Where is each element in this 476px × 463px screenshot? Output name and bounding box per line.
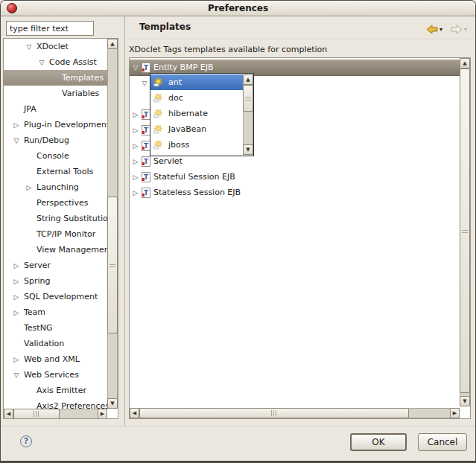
expander-closed-icon[interactable]: ▷ bbox=[10, 278, 23, 285]
sidebar-item-validation[interactable]: Validation bbox=[4, 336, 107, 351]
titlebar[interactable]: Preferences bbox=[1, 1, 475, 16]
dropdown-item-ant[interactable]: ant bbox=[150, 74, 243, 90]
sidebar-item-plugin-development[interactable]: ▷ Plug-in Development bbox=[4, 117, 107, 132]
xdoclet-tag-icon bbox=[153, 77, 164, 87]
dropdown-item-label: ant bbox=[168, 77, 182, 87]
expander-closed-icon[interactable]: ▷ bbox=[10, 121, 23, 129]
expander-closed-icon[interactable]: ▷ bbox=[10, 262, 23, 269]
page-title: Templates bbox=[139, 22, 191, 32]
back-button[interactable]: ▾ bbox=[426, 23, 442, 35]
sidebar-scroll-down-icon[interactable]: ▼ bbox=[107, 398, 118, 409]
expander-closed-icon[interactable]: ▷ bbox=[131, 111, 140, 118]
sidebar-scroll-up-icon[interactable]: ▲ bbox=[107, 39, 118, 49]
sidebar-item-label: Plug-in Development bbox=[24, 120, 107, 130]
sidebar-item-label: String Substitution bbox=[37, 214, 107, 223]
sidebar-item-server[interactable]: ▷ Server bbox=[4, 258, 107, 273]
templates-description: XDoclet Tags templates available for com… bbox=[129, 45, 327, 54]
expander-closed-icon[interactable]: ▷ bbox=[10, 356, 23, 363]
sidebar-item-launching[interactable]: ▷ Launching bbox=[4, 179, 107, 195]
sidebar-item-variables[interactable]: Variables bbox=[4, 86, 107, 101]
sidebar-item-axis2-preferences[interactable]: Axis2 Preferences bbox=[4, 398, 107, 409]
sidebar-item-label: Web and XML bbox=[24, 354, 80, 364]
sidebar-item-axis-emitter[interactable]: Axis Emitter bbox=[4, 383, 107, 398]
sidebar-scroll-right-icon[interactable]: ▶ bbox=[98, 409, 107, 419]
sidebar-vscroll-thumb[interactable] bbox=[107, 197, 118, 333]
sidebar-item-web-services[interactable]: ▽ Web Services bbox=[4, 367, 107, 383]
dropdown-item-jboss[interactable]: jboss bbox=[150, 137, 243, 153]
expander-closed-icon[interactable]: ▷ bbox=[131, 189, 140, 197]
sidebar-item-string-substitution[interactable]: String Substitution bbox=[4, 211, 107, 226]
sidebar-hscroll-thumb[interactable] bbox=[13, 409, 60, 419]
sidebar-item-label: Code Assist bbox=[49, 57, 97, 67]
sidebar-item-sql-development[interactable]: ▷ SQL Development bbox=[4, 289, 107, 304]
forward-arrow-icon bbox=[451, 25, 463, 34]
xdoclet-tag-icon bbox=[153, 93, 164, 103]
expander-open-icon[interactable]: ▽ bbox=[10, 371, 23, 379]
expander-open-icon[interactable]: ▽ bbox=[22, 43, 36, 51]
sidebar-item-team[interactable]: ▷ Team bbox=[4, 304, 107, 320]
dropdown-item-javabean[interactable]: JavaBean bbox=[150, 121, 243, 137]
template-icon bbox=[142, 63, 150, 73]
sidebar-item-tcpip-monitor[interactable]: TCP/IP Monitor bbox=[4, 226, 107, 242]
tree-scroll-right-icon[interactable]: ▶ bbox=[450, 408, 460, 418]
tree-row-label: Stateful Session EJB bbox=[153, 172, 235, 182]
sidebar-item-xdoclet[interactable]: ▽ XDoclet bbox=[4, 39, 107, 54]
sidebar-item-templates[interactable]: Templates bbox=[4, 70, 107, 86]
tree-row-stateful-session-ejb[interactable]: ▷ Stateful Session EJB bbox=[130, 169, 461, 185]
template-icon bbox=[142, 172, 150, 182]
tree-vscroll-thumb[interactable] bbox=[460, 68, 470, 393]
tree-hscroll-thumb[interactable] bbox=[139, 408, 409, 418]
sidebar-item-label: External Tools bbox=[37, 167, 93, 176]
template-icon bbox=[142, 188, 150, 198]
dropdown-scroll-up-icon[interactable]: ▲ bbox=[243, 74, 253, 85]
tree-row-stateless-session-ejb[interactable]: ▷ Stateless Session EJB bbox=[130, 185, 461, 200]
sidebar-item-label: JPA bbox=[24, 104, 37, 114]
sidebar-item-view-management[interactable]: View Management bbox=[4, 242, 107, 258]
expander-closed-icon[interactable]: ▷ bbox=[10, 293, 23, 301]
sidebar-scroll-left-icon[interactable]: ◀ bbox=[4, 409, 13, 419]
expander-open-icon[interactable]: ▽ bbox=[140, 80, 149, 87]
forward-dropdown-icon[interactable]: ▾ bbox=[464, 26, 467, 33]
tree-scroll-up-icon[interactable]: ▲ bbox=[460, 58, 470, 68]
expander-open-icon[interactable]: ▽ bbox=[35, 59, 48, 66]
expander-closed-icon[interactable]: ▷ bbox=[131, 142, 140, 150]
sidebar-item-testng[interactable]: TestNG bbox=[4, 320, 107, 336]
expander-closed-icon[interactable]: ▷ bbox=[131, 173, 140, 181]
sidebar-item-label: Perspectives bbox=[37, 198, 88, 208]
sidebar-item-label: Server bbox=[24, 261, 51, 270]
expander-closed-icon[interactable]: ▷ bbox=[22, 184, 36, 191]
forward-button[interactable]: ▾ bbox=[451, 23, 467, 35]
sidebar-item-external-tools[interactable]: External Tools bbox=[4, 164, 107, 179]
sidebar-item-code-assist[interactable]: ▽ Code Assist bbox=[4, 54, 107, 70]
sidebar-item-run-debug[interactable]: ▽ Run/Debug bbox=[4, 132, 107, 148]
dropdown-vscroll-thumb[interactable] bbox=[243, 85, 253, 112]
xdoclet-tag-icon bbox=[153, 140, 164, 150]
back-arrow-icon bbox=[426, 25, 438, 34]
sidebar-item-label: TestNG bbox=[24, 323, 52, 333]
sidebar-item-label: Launching bbox=[37, 182, 79, 192]
template-dropdown: ant doc hibernate JavaBean jboss ▲ ▼ bbox=[150, 73, 254, 156]
dropdown-scroll-down-icon[interactable]: ▼ bbox=[243, 144, 253, 155]
back-dropdown-icon[interactable]: ▾ bbox=[439, 26, 442, 33]
sidebar-item-jpa[interactable]: JPA bbox=[4, 101, 107, 117]
expander-open-icon[interactable]: ▽ bbox=[10, 137, 23, 144]
dropdown-item-label: JavaBean bbox=[168, 124, 206, 134]
dropdown-item-doc[interactable]: doc bbox=[150, 90, 243, 106]
sidebar-item-spring[interactable]: ▷ Spring bbox=[4, 273, 107, 289]
sidebar-item-web-and-xml[interactable]: ▷ Web and XML bbox=[4, 351, 107, 367]
ok-button[interactable]: OK bbox=[350, 433, 407, 451]
expander-closed-icon[interactable]: ▷ bbox=[131, 158, 140, 165]
cancel-button[interactable]: Cancel bbox=[418, 433, 467, 451]
dropdown-item-label: doc bbox=[168, 93, 183, 103]
sidebar-item-label: Axis Emitter bbox=[37, 386, 86, 395]
help-icon[interactable]: ? bbox=[20, 435, 32, 447]
expander-closed-icon[interactable]: ▷ bbox=[131, 127, 140, 134]
tree-scroll-left-icon[interactable]: ◀ bbox=[130, 408, 139, 418]
sidebar-item-perspectives[interactable]: Perspectives bbox=[4, 195, 107, 211]
expander-open-icon[interactable]: ▽ bbox=[131, 64, 140, 71]
dropdown-item-hibernate[interactable]: hibernate bbox=[150, 106, 243, 121]
sidebar-item-console[interactable]: Console bbox=[4, 148, 107, 164]
expander-closed-icon[interactable]: ▷ bbox=[10, 309, 23, 316]
filter-input[interactable] bbox=[6, 21, 94, 36]
tree-scroll-down-icon[interactable]: ▼ bbox=[460, 396, 470, 406]
